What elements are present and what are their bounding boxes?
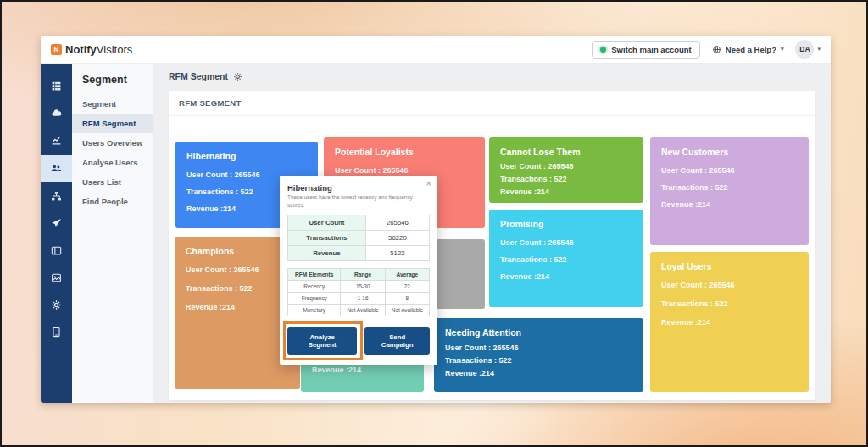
page-header: RFM Segment [154,64,831,88]
segment-card-title: Promising [500,219,632,229]
segment-card-stat: User Count : 265546 [445,344,632,352]
avatar: DA [795,40,814,59]
column-header: RFM Elements [288,269,341,281]
users-icon[interactable] [41,155,72,182]
segment-stats-table: User Count265546Transactions56220Revenue… [287,215,430,261]
table-cell: 15-30 [341,281,385,293]
segment-card-stat: Transactions : 522 [500,255,632,264]
modal-actions: Analyze SegmentSend Campaign [287,327,430,355]
segment-cards-grid: HibernatingUser Count : 265546Transactio… [169,116,815,401]
stat-value: 265546 [365,215,429,231]
modal-title: Hibernating [287,183,430,193]
segment-card-stat: User Count : 265546 [661,166,798,175]
stat-value: 5122 [365,246,429,261]
segment-card-stat: Revenue :214 [500,187,632,196]
chart-icon[interactable] [41,128,72,153]
rfm-segment-panel: RFM SEGMENT HibernatingUser Count : 2655… [169,91,815,400]
segment-card-stat: User Count : 265546 [661,281,798,289]
segment-card-loyal-users[interactable]: Loyal UsersUser Count : 265546Transactio… [650,252,809,392]
sidebar-title: Segment [72,64,153,94]
grid-icon[interactable] [41,74,72,98]
segment-card-stat: Transactions : 522 [661,299,798,308]
segment-card-cannot-lose-them[interactable]: Cannot Lose ThemUser Count : 265546Trans… [489,137,643,203]
segment-card-stat: User Count : 265546 [186,265,289,274]
segment-card-promising[interactable]: PromisingUser Count : 265546Transactions… [489,210,643,307]
segment-card-stat: Revenue :214 [661,200,798,209]
table-cell: Recency [288,281,341,293]
segment-card-stat: Revenue :214 [186,303,289,311]
need-help-menu[interactable]: Need a Help? ▾ [712,45,784,54]
notifyvisitors-logo-icon: N [51,44,62,55]
segment-card-needing-attention[interactable]: Needing AttentionUser Count : 265546Tran… [434,318,643,392]
topbar-actions: Switch main account Need a Help? ▾ DA ▾ [592,40,821,59]
sidebar-item-users-overview[interactable]: Users Overview [72,133,153,153]
stat-value: 56220 [365,231,429,246]
table-cell: 22 [385,281,429,293]
table-cell: 8 [385,293,429,305]
segment-card-stat: Revenue :214 [500,272,632,281]
dashboard-icon[interactable] [41,101,72,126]
segment-card-title: Hibernating [186,151,307,161]
topbar: N NotifyVisitors Switch main account Nee… [41,36,831,64]
switch-main-account-button[interactable]: Switch main account [592,41,700,59]
sidebar-item-rfm-segment[interactable]: RFM Segment [72,114,153,133]
screenshot-frame: N NotifyVisitors Switch main account Nee… [0,0,868,447]
switch-account-label: Switch main account [611,45,692,54]
account-menu[interactable]: DA ▾ [795,40,821,59]
sidebar-item-find-people[interactable]: Find People [72,192,153,211]
table-row: Transactions56220 [288,231,430,246]
segment-card-stat: Transactions : 522 [500,175,632,183]
segment-card-title: New Customers [661,147,798,157]
sidebar-menu: Segment SegmentRFM SegmentUsers Overview… [72,64,154,403]
status-dot-icon [600,47,606,53]
logo-text: NotifyVisitors [65,43,132,56]
analyze-segment-button[interactable]: Analyze Segment [287,327,357,355]
column-header: Average [385,269,429,281]
sitemap-icon[interactable] [41,184,72,209]
stat-label: User Count [288,215,366,231]
segment-card-stat: User Count : 265546 [500,162,632,170]
table-cell: 1-16 [341,293,385,305]
close-icon[interactable]: × [426,179,431,188]
panel-icon[interactable] [41,238,72,263]
table-cell: Not Available [385,305,429,316]
sidebar-icon-rail [41,64,72,403]
settings-gear-icon[interactable] [233,72,242,81]
table-row: Revenue5122 [288,246,430,261]
column-header: Range [341,269,385,281]
image-icon[interactable] [41,265,72,290]
segment-card-stat: Transactions : 522 [661,183,798,192]
help-label: Need a Help? [726,45,776,54]
gear-icon[interactable] [41,293,72,317]
panel-title: RFM SEGMENT [169,91,815,116]
segment-card-title: Champions [186,246,289,256]
sidebar-item-segment[interactable]: Segment [72,94,153,114]
sidebar-item-analyse-users[interactable]: Analyse Users [72,153,153,172]
stat-label: Transactions [288,231,366,246]
segment-card-title: Potential Loyalists [335,147,474,157]
table-row: User Count265546 [288,215,430,231]
globe-icon [712,45,721,54]
send-campaign-button[interactable]: Send Campaign [364,327,430,355]
segment-card-stat: User Count : 265546 [500,238,632,247]
sidebar-items: SegmentRFM SegmentUsers OverviewAnalyse … [72,94,153,211]
book-icon[interactable] [41,320,72,344]
notifyvisitors-logo[interactable]: N NotifyVisitors [51,43,132,56]
segment-card-stat: Revenue :214 [312,366,413,374]
table-row: MonetaryNot AvailableNot Available [288,305,430,316]
segment-card-new-customers[interactable]: New CustomersUser Count : 265546Transact… [650,137,809,245]
send-icon[interactable] [41,211,72,236]
modal-subtitle: These users have the lowest recency and … [287,194,430,209]
app-window: N NotifyVisitors Switch main account Nee… [41,36,831,403]
segment-card-stat: User Count : 265546 [335,166,474,175]
main-content: RFM Segment RFM SEGMENT HibernatingUser … [154,64,831,403]
rfm-elements-table: RFM ElementsRangeAverageRecency15-3022Fr… [287,268,430,316]
segment-card-title: Loyal Users [661,261,798,271]
segment-card-title: Cannot Lose Them [500,147,632,157]
table-row: Recency15-3022 [288,281,430,293]
table-row: Frequency1-168 [288,293,430,305]
segment-card-title: Needing Attention [445,327,632,338]
table-header-row: RFM ElementsRangeAverage [288,269,430,281]
sidebar-item-users-list[interactable]: Users List [72,172,153,192]
segment-card-stat: Revenue :214 [661,318,798,327]
